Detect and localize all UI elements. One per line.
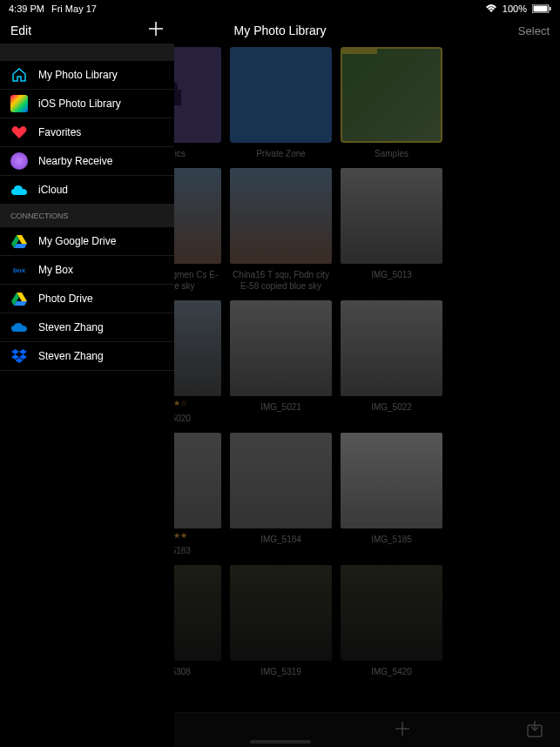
photo-item[interactable]: IMG_5021 (230, 300, 332, 424)
sidebar: Edit My Photo Library iOS Photo Library … (0, 17, 174, 747)
nearby-icon (10, 152, 28, 170)
photo-item[interactable]: IMG_5185 (341, 433, 442, 556)
photo-item[interactable]: IMG_5319 (230, 565, 332, 677)
sidebar-label: My Google Drive (38, 235, 116, 247)
photo-item[interactable]: China16 T squ, Fbdn city E-58 copied blu… (230, 168, 332, 292)
select-button[interactable]: Select (518, 24, 550, 37)
photo-item[interactable]: IMG_5022 (341, 300, 442, 424)
status-date: Fri May 17 (51, 3, 97, 14)
sidebar-item-box[interactable]: box My Box (0, 256, 174, 285)
sidebar-label: iCloud (38, 184, 68, 196)
status-bar: 4:39 PM Fri May 17 100% (0, 0, 560, 17)
sidebar-item-google-drive[interactable]: My Google Drive (0, 227, 174, 256)
home-indicator (250, 740, 311, 744)
photo-item[interactable]: IMG_5420 (341, 565, 442, 677)
sidebar-item-dropbox[interactable]: Steven Zhang (0, 342, 174, 371)
dropbox-icon (10, 347, 28, 365)
item-label: IMG_5319 (260, 666, 301, 677)
wifi-icon (485, 4, 497, 13)
sidebar-item-icloud[interactable]: iCloud (0, 176, 174, 205)
sidebar-item-nearby[interactable]: Nearby Receive (0, 147, 174, 176)
edit-button[interactable]: Edit (10, 24, 31, 37)
sidebar-label: Photo Drive (38, 293, 93, 305)
cloud-icon (10, 181, 28, 199)
sidebar-item-favorites[interactable]: Favorites (0, 118, 174, 147)
item-label: Private Zone (256, 148, 306, 159)
import-button[interactable] (527, 720, 543, 741)
onedrive-icon (10, 319, 28, 336)
item-label: IMG_5022 (371, 401, 412, 413)
page-title: My Photo Library (234, 24, 327, 37)
sidebar-label: iOS Photo Library (38, 98, 121, 110)
svg-rect-2 (550, 7, 551, 10)
photos-icon (10, 95, 28, 112)
sidebar-item-ios-library[interactable]: iOS Photo Library (0, 90, 174, 118)
home-icon (10, 66, 28, 84)
item-label: China16 T squ, Fbdn city E-58 copied blu… (230, 269, 332, 292)
item-label: IMG_5013 (371, 269, 412, 280)
status-time: 4:39 PM (9, 3, 44, 14)
sidebar-item-photo-drive[interactable]: Photo Drive (0, 285, 174, 313)
battery-icon (532, 4, 551, 13)
sidebar-label: Nearby Receive (38, 155, 112, 167)
sidebar-label: Steven Zhang (38, 321, 104, 333)
add-button[interactable] (394, 720, 411, 741)
battery-percent: 100% (503, 3, 527, 14)
photo-item[interactable]: IMG_5013 (341, 168, 442, 292)
item-label: IMG_5420 (371, 666, 412, 677)
svg-rect-1 (534, 6, 548, 12)
sidebar-label: Favorites (38, 126, 81, 138)
sidebar-item-onedrive[interactable]: Steven Zhang (0, 313, 174, 342)
folder-item[interactable]: Samples (341, 47, 442, 159)
item-label: IMG_5185 (371, 534, 412, 545)
item-label: Samples (374, 148, 408, 159)
sidebar-label: My Photo Library (38, 69, 118, 81)
connections-header: CONNECTIONS (0, 205, 174, 227)
sidebar-label: My Box (38, 264, 73, 276)
box-icon: box (10, 261, 28, 279)
google-drive-icon (10, 232, 28, 250)
item-label: IMG_5184 (260, 534, 301, 545)
photo-item[interactable]: IMG_5184 (230, 433, 332, 556)
sidebar-label: Steven Zhang (38, 350, 104, 362)
item-label: IMG_5021 (260, 401, 301, 413)
folder-item[interactable]: Private Zone (230, 47, 332, 159)
add-source-button[interactable] (148, 21, 164, 40)
sidebar-item-my-library[interactable]: My Photo Library (0, 61, 174, 90)
heart-icon (10, 124, 28, 141)
google-drive-icon (10, 290, 28, 307)
